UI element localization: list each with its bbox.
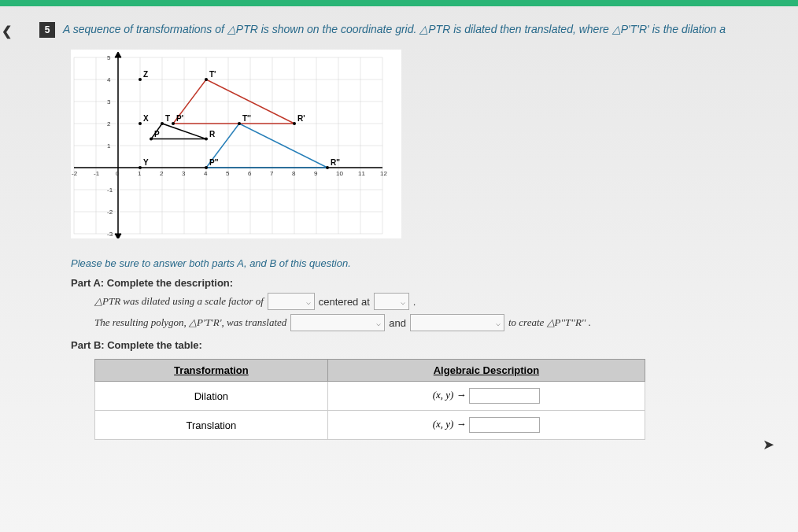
top-accent-bar [0, 0, 798, 6]
line2-end: to create △P''T''R'' . [508, 316, 591, 329]
svg-text:1: 1 [107, 142, 111, 150]
svg-text:T'': T'' [242, 114, 251, 123]
svg-text:-3: -3 [107, 231, 113, 238]
th-transformation: Transformation [95, 360, 328, 382]
graph-svg: -2-10123456789101112-3-2-112345 ZXYPTRP'… [71, 50, 401, 238]
line2-mid: and [389, 317, 406, 329]
svg-point-64 [205, 138, 208, 141]
coordinate-grid: -2-10123456789101112-3-2-112345 ZXYPTRP'… [71, 50, 774, 242]
back-button[interactable]: ❮ [2, 24, 12, 39]
part-a-line1: △PTR was dilated using a scale factor of… [94, 293, 774, 310]
svg-point-56 [139, 122, 142, 125]
svg-text:X: X [143, 114, 149, 123]
svg-text:4: 4 [204, 170, 208, 177]
svg-point-54 [139, 78, 142, 81]
row-name: Dilation [95, 382, 328, 411]
svg-point-60 [150, 138, 153, 141]
svg-text:T: T [165, 114, 170, 123]
question-number: 5 [39, 22, 55, 38]
svg-text:-1: -1 [107, 187, 113, 194]
svg-text:10: 10 [336, 170, 343, 177]
table-container: Transformation Algebraic Description Dil… [94, 359, 645, 440]
expr-input[interactable] [469, 417, 540, 433]
svg-text:5: 5 [107, 54, 111, 61]
svg-text:2: 2 [160, 170, 164, 177]
scale-factor-select[interactable] [268, 293, 315, 310]
svg-text:2: 2 [107, 120, 111, 127]
svg-text:4: 4 [107, 76, 111, 83]
table-row: Translation (x, y) → [95, 411, 645, 440]
svg-text:12: 12 [380, 170, 387, 177]
svg-text:3: 3 [182, 170, 186, 177]
svg-point-66 [172, 122, 175, 125]
svg-text:9: 9 [314, 170, 318, 177]
svg-point-62 [161, 122, 164, 125]
row-expr: (x, y) → [327, 382, 645, 411]
center-select[interactable] [374, 293, 409, 310]
svg-point-68 [205, 78, 208, 81]
svg-text:R'': R'' [331, 158, 340, 167]
svg-text:3: 3 [107, 98, 111, 105]
transformation-table: Transformation Algebraic Description Dil… [94, 359, 645, 440]
svg-text:R': R' [297, 114, 305, 123]
svg-text:0: 0 [116, 170, 120, 177]
part-b-label: Part B: Complete the table: [71, 339, 774, 351]
line2-pre: The resulting polygon, △P'T'R', was tran… [94, 316, 286, 329]
expr-input[interactable] [469, 388, 540, 404]
row-expr: (x, y) → [327, 411, 645, 440]
svg-text:8: 8 [292, 170, 296, 177]
svg-point-76 [326, 166, 329, 169]
svg-text:7: 7 [270, 170, 274, 177]
svg-text:Y: Y [143, 158, 149, 167]
svg-text:T': T' [209, 70, 216, 79]
svg-text:P': P' [176, 114, 183, 123]
svg-text:11: 11 [358, 170, 365, 177]
svg-text:P'': P'' [209, 158, 218, 167]
line1-mid: centered at [319, 296, 370, 308]
part-a-line2: The resulting polygon, △P'T'R', was tran… [94, 314, 774, 331]
instruction-text: Please be sure to answer both parts A, a… [71, 257, 774, 269]
svg-point-72 [205, 166, 208, 169]
svg-marker-27 [115, 234, 121, 238]
svg-text:6: 6 [248, 170, 252, 177]
svg-text:-2: -2 [72, 170, 78, 177]
svg-text:5: 5 [226, 170, 230, 177]
svg-point-58 [139, 166, 142, 169]
svg-point-70 [293, 122, 296, 125]
svg-text:R: R [209, 130, 216, 139]
translate-dir2-select[interactable] [410, 314, 504, 331]
svg-text:P: P [154, 130, 160, 139]
svg-text:1: 1 [138, 170, 142, 177]
part-a-label: Part A: Complete the description: [71, 277, 774, 289]
question-header: 5 A sequence of transformations of △PTR … [39, 22, 774, 38]
translate-dir1-select[interactable] [290, 314, 385, 331]
svg-text:Z: Z [143, 70, 148, 79]
svg-point-74 [238, 122, 241, 125]
row-name: Translation [95, 411, 328, 440]
svg-text:-1: -1 [94, 170, 100, 177]
table-row: Dilation (x, y) → [95, 382, 645, 411]
cursor-icon: ➤ [763, 436, 774, 453]
line1-pre: △PTR was dilated using a scale factor of [94, 295, 264, 308]
th-description: Algebraic Description [327, 360, 645, 382]
question-text: A sequence of transformations of △PTR is… [63, 22, 726, 38]
line1-end: . [413, 296, 416, 308]
content-area: 5 A sequence of transformations of △PTR … [0, 6, 798, 456]
svg-text:-2: -2 [107, 209, 113, 216]
svg-marker-26 [115, 52, 121, 57]
